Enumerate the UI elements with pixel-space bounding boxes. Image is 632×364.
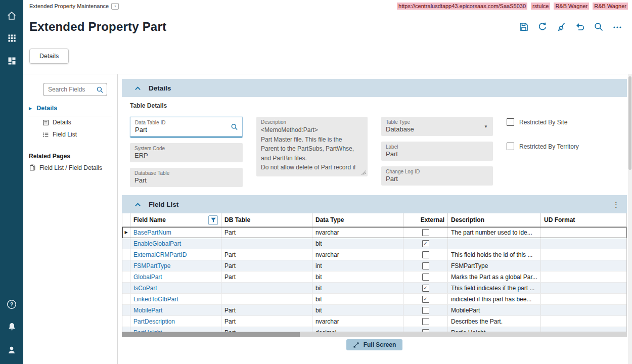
field-list-section-header[interactable]: Field List ⋮ <box>122 195 627 213</box>
external-checkbox[interactable] <box>422 318 429 325</box>
data-table-id-field[interactable]: Data Table ID Part <box>130 117 243 138</box>
tab-details[interactable]: Details <box>29 49 69 64</box>
table-row[interactable]: LinkedToGlbPart bit indicated if this pa… <box>122 294 626 305</box>
cell-field-name[interactable]: IsCoPart <box>130 283 221 293</box>
checkbox-icon[interactable] <box>507 143 514 150</box>
tree-node-details[interactable]: ▶ Details <box>28 105 112 116</box>
external-checkbox[interactable] <box>422 274 429 281</box>
horizontal-scrollbar[interactable] <box>122 332 627 337</box>
field-label: Database Table <box>134 170 238 176</box>
environment-info: https://centralusdtapp43.epicorsaas.com/… <box>397 3 628 10</box>
column-header-db-table[interactable]: DB Table <box>221 213 312 226</box>
table-row[interactable]: IsCoPart bit This field indicates if the… <box>122 283 626 294</box>
external-checkbox[interactable] <box>422 296 429 303</box>
external-checkbox[interactable] <box>422 307 429 314</box>
column-header-external[interactable]: External <box>403 213 448 226</box>
work-area: Details Table Details Data Table ID Part <box>118 74 632 364</box>
account-button[interactable] <box>0 338 23 361</box>
related-item-field-list-details[interactable]: Field List / Field Details <box>28 164 112 171</box>
cell-field-name[interactable]: PartDescription <box>130 316 221 327</box>
chevron-down-icon[interactable]: ▼ <box>484 124 488 129</box>
details-section-header[interactable]: Details <box>122 79 627 97</box>
list-icon <box>42 131 49 138</box>
cell-field-name[interactable]: EnableGlobalPart <box>130 238 221 249</box>
row-selector-arrow <box>122 316 130 327</box>
vertical-scrollbar-thumb[interactable] <box>628 76 631 170</box>
horizontal-scrollbar-thumb[interactable] <box>122 332 300 337</box>
refresh-button[interactable] <box>536 20 549 33</box>
row-selector-arrow <box>122 283 130 293</box>
cell-data-type: bit <box>312 294 403 304</box>
home-nav-button[interactable] <box>0 4 23 27</box>
overflow-menu-button[interactable] <box>611 20 624 33</box>
cell-data-type: bit <box>312 271 403 282</box>
external-checkbox[interactable] <box>422 329 429 332</box>
database-table-field: Database Table Part <box>130 168 243 187</box>
cell-field-name[interactable]: LinkedToGlbPart <box>130 294 221 304</box>
table-type-field[interactable]: Table Type Database ▼ <box>381 117 493 136</box>
checkbox-icon[interactable] <box>507 118 514 126</box>
cell-field-name[interactable]: GlobalPart <box>130 271 221 282</box>
tree-item-details[interactable]: Details <box>28 116 112 128</box>
table-row[interactable]: FSMPartType Part int FSMPartType <box>122 260 626 271</box>
dashboard-nav-button[interactable] <box>0 50 23 72</box>
cell-external <box>403 305 448 315</box>
full-screen-button[interactable]: Full Screen <box>346 339 403 350</box>
cell-ud-format <box>541 327 626 332</box>
page-toolbar <box>517 20 624 33</box>
column-header-description[interactable]: Description <box>448 213 541 226</box>
vertical-scrollbar[interactable] <box>628 74 632 364</box>
undo-button[interactable] <box>573 20 586 33</box>
clear-button[interactable] <box>555 20 568 33</box>
table-row[interactable]: MobilePart Part bit MobilePart <box>122 305 626 316</box>
column-header-field-name[interactable]: Field Name <box>130 213 221 226</box>
cell-db-table <box>221 238 312 249</box>
lookup-search-icon[interactable] <box>231 123 238 131</box>
table-row[interactable]: ▶ BasePartNum Part nvarchar The part num… <box>122 227 626 238</box>
breadcrumb-expand-button[interactable]: › <box>111 3 119 10</box>
tree-item-field-list[interactable]: Field List <box>28 128 112 141</box>
external-checkbox[interactable] <box>422 262 429 269</box>
tree-item-label: Details <box>53 119 71 126</box>
external-checkbox[interactable] <box>422 285 429 292</box>
restricted-by-territory-checkbox-row[interactable]: Restricted By Territory <box>507 143 619 150</box>
search-icon[interactable] <box>96 86 104 94</box>
save-button[interactable] <box>517 20 530 33</box>
search-icon <box>594 22 604 32</box>
search-button[interactable] <box>592 20 605 33</box>
notifications-button[interactable] <box>0 315 23 338</box>
details-section: Details Table Details Data Table ID Part <box>122 79 627 195</box>
help-icon: ? <box>6 299 17 310</box>
restricted-by-site-checkbox-row[interactable]: Restricted By Site <box>507 118 619 126</box>
cell-data-type: bit <box>312 283 403 293</box>
apps-menu-button[interactable] <box>0 27 23 50</box>
field-value: Part <box>134 176 238 184</box>
cell-field-name[interactable]: BasePartNum <box>130 227 221 238</box>
external-checkbox[interactable] <box>422 251 429 258</box>
row-selector-arrow <box>122 271 130 282</box>
cell-field-name[interactable]: FSMPartType <box>130 260 221 271</box>
cell-field-name[interactable]: ExternalCRMPartID <box>130 249 221 260</box>
user-icon <box>6 344 17 355</box>
external-checkbox[interactable] <box>422 240 429 247</box>
cell-ud-format <box>541 271 626 282</box>
table-row[interactable]: GlobalPart Part bit Marks the Part as a … <box>122 271 626 283</box>
table-row[interactable]: EnableGlobalPart bit <box>122 238 626 249</box>
table-row[interactable]: ExternalCRMPartID Part nvarchar This fie… <box>122 249 626 260</box>
resize-grip-icon[interactable] <box>361 170 366 175</box>
column-header-ud-format[interactable]: UD Format <box>541 213 626 226</box>
column-header-data-type[interactable]: Data Type <box>312 213 403 226</box>
external-checkbox[interactable] <box>422 229 429 236</box>
filter-button[interactable] <box>208 215 218 225</box>
field-value: <MemoMethod:Part> Part Master file. This… <box>261 125 363 172</box>
grid-options-menu-button[interactable]: ⋮ <box>612 201 620 208</box>
cell-field-name[interactable]: MobilePart <box>130 305 221 315</box>
search-fields-input[interactable] <box>48 86 96 93</box>
related-pages-header: Related Pages <box>29 153 112 160</box>
help-button[interactable]: ? <box>0 293 23 315</box>
table-row[interactable]: PartDescription Part nvarchar Describes … <box>122 316 626 327</box>
cell-field-name[interactable]: PartHeight <box>130 327 221 332</box>
title-row: Extended Property Part <box>23 11 632 40</box>
table-row[interactable]: PartHeight Part decimal Part's Height. <box>122 327 626 332</box>
cell-description: Describes the Part. <box>448 316 541 327</box>
